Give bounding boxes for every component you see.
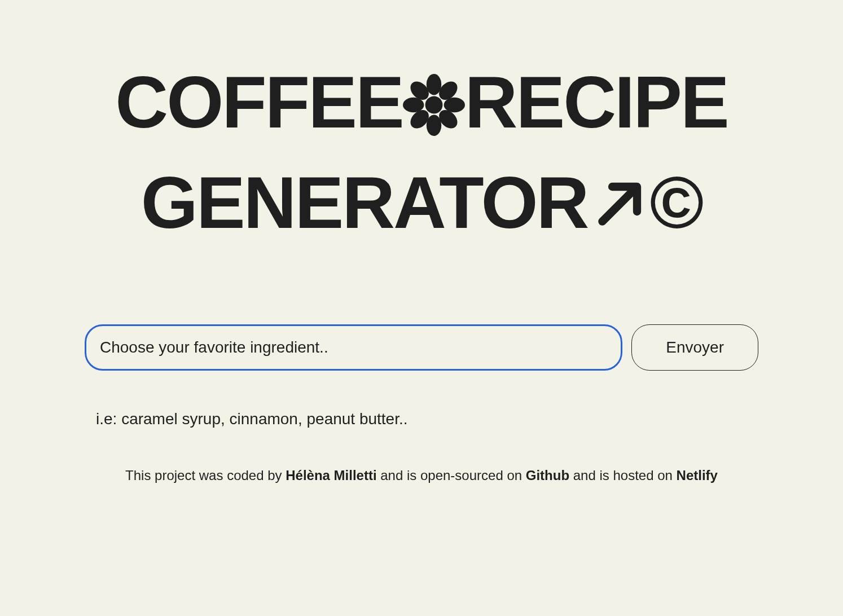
- svg-point-2: [426, 115, 441, 136]
- title-word-generator: GENERATOR: [141, 161, 588, 244]
- netlify-link[interactable]: Netlify: [677, 468, 718, 483]
- ingredient-form: Envoyer: [85, 324, 758, 371]
- arrow-up-right-icon: [587, 165, 649, 257]
- title-word-coffee: COFFEE: [115, 61, 402, 143]
- footer-text: and is open-sourced on: [377, 468, 526, 483]
- title-word-recipe: RECIPE: [465, 61, 728, 143]
- svg-point-1: [426, 74, 441, 95]
- footer-text: and is hosted on: [569, 468, 676, 483]
- github-link[interactable]: Github: [526, 468, 569, 483]
- author-link[interactable]: Hélèna Milletti: [286, 468, 376, 483]
- svg-point-4: [444, 98, 464, 112]
- copyright-symbol: ©: [649, 161, 702, 244]
- svg-point-3: [403, 98, 424, 112]
- submit-button[interactable]: Envoyer: [631, 324, 758, 371]
- ingredient-input[interactable]: [85, 324, 622, 371]
- footer-text: This project was coded by: [125, 468, 286, 483]
- asterisk-flower-icon: [403, 65, 465, 157]
- ingredient-hint: i.e: caramel syrup, cinnamon, peanut but…: [96, 410, 809, 428]
- svg-point-0: [425, 96, 442, 114]
- svg-line-9: [603, 190, 634, 221]
- page-title: COFFEERECIPE GENERATOR©: [34, 56, 809, 257]
- footer-credits: This project was coded by Hélèna Millett…: [34, 468, 809, 483]
